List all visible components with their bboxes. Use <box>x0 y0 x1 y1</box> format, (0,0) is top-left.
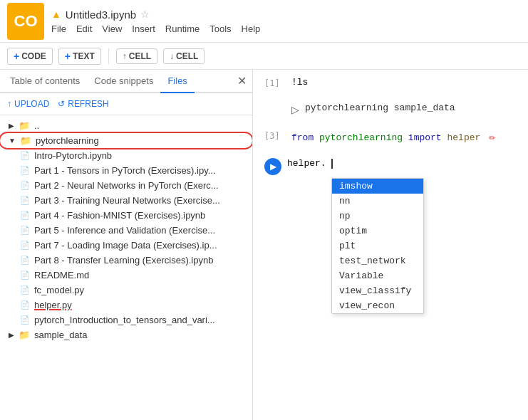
sidebar: Table of contents Code snippets Files ✕ … <box>0 70 253 420</box>
sidebar-tabs: Table of contents Code snippets Files ✕ <box>0 70 252 93</box>
autocomplete-item-view-classify[interactable]: view_classify <box>332 283 423 298</box>
main-area: Table of contents Code snippets Files ✕ … <box>0 70 528 420</box>
file-name-row: ▲ Untitled3.ipynb ☆ <box>51 9 260 21</box>
cell-3: [3] from pytorchlearning import helper ✏ <box>264 130 517 144</box>
folder-arrow-icon: ▶ <box>9 122 14 130</box>
sidebar-actions: ↑ UPLOAD ↺ REFRESH <box>0 93 252 115</box>
tree-item-label: Intro-Pytorch.ipynb <box>34 150 112 161</box>
top-bar: CO ▲ Untitled3.ipynb ☆ File Edit View In… <box>0 0 528 43</box>
autocomplete-item-plt[interactable]: plt <box>332 238 423 253</box>
file-icon: 📄 <box>20 256 30 265</box>
cell-1: [1] !ls <box>264 77 517 88</box>
folder-arrow-icon: ▼ <box>9 137 16 145</box>
cell-down-label: CELL <box>176 51 198 61</box>
edit-pencil-icon: ✏ <box>489 131 496 144</box>
tree-item-sample-data[interactable]: ▶ 📁 sample_data <box>0 327 252 342</box>
tree-item-part2[interactable]: 📄 Part 2 - Neural Networks in PyTorch (E… <box>0 178 252 193</box>
menu-file[interactable]: File <box>51 23 66 34</box>
kw-from: from <box>291 132 314 143</box>
tree-item-label: fc_model.py <box>34 285 84 295</box>
tree-item-fc-model[interactable]: 📄 fc_model.py <box>0 283 252 298</box>
input-area: helper. imshow nn np optim plt test_netw… <box>287 158 517 169</box>
add-code-button[interactable]: + CODE <box>7 48 53 65</box>
cell-3-code[interactable]: from pytorchlearning import helper ✏ <box>291 130 517 144</box>
menu-insert[interactable]: Insert <box>132 23 155 34</box>
autocomplete-item-view-recon[interactable]: view_recon <box>332 298 423 313</box>
tree-item-pytorchlearning[interactable]: ▼ 📁 pytorchlearning <box>0 133 252 148</box>
menu-view[interactable]: View <box>102 23 122 34</box>
star-icon[interactable]: ☆ <box>140 9 150 20</box>
tree-item-part4[interactable]: 📄 Part 4 - Fashion-MNIST (Exercises).ipy… <box>0 208 252 223</box>
file-icon: 📄 <box>20 315 30 325</box>
tree-item-label: Part 2 - Neural Networks in PyTorch (Exe… <box>34 180 219 191</box>
tree-item-label: pytorchlearning <box>36 135 99 146</box>
cell-number-1: [1] <box>264 77 286 88</box>
autocomplete-item-optim[interactable]: optim <box>332 224 423 238</box>
autocomplete-item-np[interactable]: np <box>332 209 423 224</box>
folder-icon: 📁 <box>19 120 30 131</box>
tree-item-label: Part 4 - Fashion-MNIST (Exercises).ipynb <box>34 210 205 221</box>
file-icon: 📄 <box>20 285 30 295</box>
autocomplete-item-variable[interactable]: Variable <box>332 268 423 283</box>
tree-item-readme[interactable]: 📄 README.md <box>0 268 252 283</box>
tree-item-part3[interactable]: 📄 Part 3 - Training Neural Networks (Exe… <box>0 193 252 208</box>
tree-item-dotdot[interactable]: ▶ 📁 .. <box>0 118 252 133</box>
input-prefix: helper. <box>287 158 326 169</box>
module-name: pytorchlearning <box>319 132 408 143</box>
tree-item-pytorch-intro[interactable]: 📄 pytorch_Introduction_to_tensors_and_va… <box>0 313 252 327</box>
tree-item-intro-pytorch[interactable]: 📄 Intro-Pytorch.ipynb <box>0 148 252 163</box>
menu-help[interactable]: Help <box>242 23 261 34</box>
upload-button[interactable]: ↑ UPLOAD <box>7 99 49 109</box>
plus-icon: + <box>14 51 19 62</box>
file-name[interactable]: Untitled3.ipynb <box>66 9 136 21</box>
file-icon: 📄 <box>20 271 30 280</box>
tab-table-of-contents[interactable]: Table of contents <box>3 70 87 93</box>
folder-icon: 📁 <box>20 135 31 146</box>
tree-item-part1[interactable]: 📄 Part 1 - Tensors in PyTorch (Exercises… <box>0 163 252 178</box>
cell-1-content: !ls <box>291 77 517 88</box>
tree-item-helper-py[interactable]: 📄 helper.py <box>0 298 252 313</box>
output-icon: ▷ <box>291 104 299 115</box>
func-name: helper <box>447 132 480 143</box>
cell-1-code[interactable]: !ls <box>291 77 517 88</box>
text-label: TEXT <box>73 51 95 61</box>
file-info: ▲ Untitled3.ipynb ☆ File Edit View Inser… <box>51 9 260 34</box>
cell-1-output-row: ▷ pytorchlearning sample_data <box>264 103 517 115</box>
cursor <box>326 159 333 169</box>
autocomplete-item-nn[interactable]: nn <box>332 194 423 209</box>
autocomplete-item-test-network[interactable]: test_network <box>332 253 423 268</box>
cell-down-button[interactable]: ↓ CELL <box>163 48 205 64</box>
tree-item-part5[interactable]: 📄 Part 5 - Inference and Validation (Exe… <box>0 223 252 238</box>
file-icon: 📄 <box>20 300 30 310</box>
refresh-button[interactable]: ↺ REFRESH <box>58 99 108 109</box>
tree-item-part8[interactable]: 📄 Part 8 - Transfer Learning (Exercises)… <box>0 253 252 268</box>
close-sidebar-button[interactable]: ✕ <box>234 71 249 90</box>
tab-files[interactable]: Files <box>160 70 194 93</box>
arrow-down-icon: ↓ <box>170 51 174 61</box>
tree-item-label: Part 1 - Tensors in PyTorch (Exercises).… <box>34 165 216 176</box>
menu-tools[interactable]: Tools <box>209 23 231 34</box>
tab-code-snippets[interactable]: Code snippets <box>87 70 160 93</box>
tree-item-part7[interactable]: 📄 Part 7 - Loading Image Data (Exercises… <box>0 238 252 253</box>
add-text-button[interactable]: + TEXT <box>58 48 101 65</box>
menu-edit[interactable]: Edit <box>76 23 92 34</box>
upload-label: UPLOAD <box>14 99 49 109</box>
folder-icon: 📁 <box>19 330 30 340</box>
autocomplete-dropdown: imshow nn np optim plt test_network Vari… <box>331 178 424 314</box>
colab-logo: CO <box>7 3 44 40</box>
input-line: helper. <box>287 158 517 169</box>
autocomplete-item-imshow[interactable]: imshow <box>332 179 423 194</box>
tree-item-label: helper.py <box>34 300 72 310</box>
cell-1-output: pytorchlearning sample_data <box>305 103 455 113</box>
refresh-label: REFRESH <box>68 99 108 109</box>
cell-up-label: CELL <box>129 51 151 61</box>
file-icon: 📄 <box>20 196 30 205</box>
tree-item-label: README.md <box>34 270 89 280</box>
menu-runtime[interactable]: Runtime <box>165 23 200 34</box>
file-icon: 📄 <box>20 151 30 160</box>
file-icon: 📄 <box>20 181 30 190</box>
tree-item-label: Part 5 - Inference and Validation (Exerc… <box>34 225 215 236</box>
cell-up-button[interactable]: ↑ CELL <box>116 48 157 64</box>
run-cell-button[interactable]: ▶ <box>264 158 281 175</box>
toolbar: + CODE + TEXT ↑ CELL ↓ CELL <box>0 43 528 70</box>
